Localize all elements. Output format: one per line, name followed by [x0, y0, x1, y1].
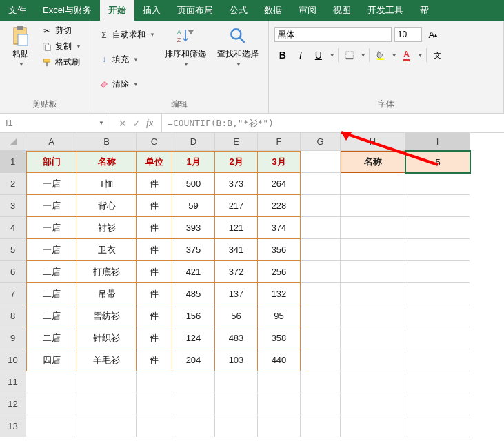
cell[interactable]: 375 — [172, 239, 215, 261]
cell[interactable] — [405, 371, 470, 393]
cell[interactable] — [341, 349, 405, 371]
cut-button[interactable]: ✂ 剪切 — [39, 23, 84, 38]
cell[interactable]: 二店 — [26, 305, 77, 327]
cell[interactable] — [405, 195, 470, 217]
cell[interactable]: 341 — [215, 239, 258, 261]
cell[interactable]: 137 — [215, 283, 258, 305]
fx-icon[interactable]: fx — [146, 118, 153, 129]
cell[interactable]: 一店 — [26, 217, 77, 239]
cell[interactable] — [301, 371, 341, 393]
autosum-button[interactable]: Σ 自动求和 ▼ — [96, 28, 158, 42]
fill-color-button[interactable] — [372, 47, 389, 63]
cell[interactable] — [405, 261, 470, 283]
cell[interactable]: 四店 — [26, 349, 77, 371]
cell[interactable]: 393 — [172, 217, 215, 239]
cell[interactable]: 名称 — [77, 151, 137, 173]
col-header-F[interactable]: F — [258, 133, 301, 151]
cell[interactable] — [301, 305, 341, 327]
cancel-formula-icon[interactable]: ✕ — [119, 118, 127, 129]
grow-font-button[interactable]: A▴ — [425, 26, 441, 43]
cell[interactable]: 卫衣 — [77, 239, 137, 261]
cell[interactable] — [301, 349, 341, 371]
cell[interactable] — [301, 261, 341, 283]
cell[interactable] — [77, 393, 137, 415]
tab-dev[interactable]: 开发工具 — [359, 0, 412, 21]
row-header-1[interactable]: 1 — [0, 151, 26, 173]
cell[interactable]: 打底衫 — [77, 261, 137, 283]
cell[interactable]: 228 — [258, 195, 301, 217]
tab-data[interactable]: 数据 — [256, 0, 290, 21]
cell[interactable] — [215, 371, 258, 393]
cell[interactable]: 59 — [172, 195, 215, 217]
accept-formula-icon[interactable]: ✓ — [132, 118, 141, 129]
cell[interactable]: 衬衫 — [77, 217, 137, 239]
row-header-7[interactable]: 7 — [0, 283, 26, 305]
cell[interactable]: 372 — [215, 261, 258, 283]
font-name-select[interactable] — [274, 27, 392, 42]
cell[interactable]: 373 — [215, 173, 258, 195]
cell[interactable] — [301, 195, 341, 217]
cell[interactable] — [215, 415, 258, 437]
cell[interactable] — [301, 151, 341, 173]
col-header-H[interactable]: H — [341, 133, 405, 151]
underline-button[interactable]: U — [310, 47, 327, 63]
cell[interactable] — [405, 283, 470, 305]
cell[interactable]: 485 — [172, 283, 215, 305]
find-select-button[interactable]: 查找和选择 ▼ — [213, 23, 263, 96]
cell[interactable] — [341, 217, 405, 239]
cell[interactable]: 356 — [258, 239, 301, 261]
cell[interactable] — [137, 415, 172, 437]
cell[interactable]: 一店 — [26, 239, 77, 261]
row-header-5[interactable]: 5 — [0, 239, 26, 261]
cell[interactable]: 217 — [215, 195, 258, 217]
row-header-3[interactable]: 3 — [0, 195, 26, 217]
cell[interactable]: 针织衫 — [77, 327, 137, 349]
row-header-10[interactable]: 10 — [0, 349, 26, 371]
col-header-B[interactable]: B — [77, 133, 137, 151]
cell[interactable]: 二店 — [26, 283, 77, 305]
cell[interactable]: 483 — [215, 327, 258, 349]
cell[interactable] — [301, 283, 341, 305]
cell[interactable]: 件 — [137, 283, 172, 305]
cell[interactable] — [405, 393, 470, 415]
cell[interactable] — [341, 195, 405, 217]
cell[interactable]: 95 — [258, 305, 301, 327]
cell[interactable]: 件 — [137, 305, 172, 327]
row-header-9[interactable]: 9 — [0, 327, 26, 349]
cell[interactable] — [405, 415, 470, 437]
tab-custom[interactable]: Excel与财务 — [34, 0, 100, 21]
cell[interactable] — [341, 371, 405, 393]
cell[interactable] — [341, 393, 405, 415]
cell[interactable] — [258, 393, 301, 415]
cell[interactable]: 103 — [215, 349, 258, 371]
tab-help[interactable]: 帮 — [412, 0, 437, 21]
row-header-13[interactable]: 13 — [0, 415, 26, 437]
tab-file[interactable]: 文件 — [0, 0, 34, 21]
cell[interactable] — [215, 393, 258, 415]
tab-view[interactable]: 视图 — [325, 0, 359, 21]
tab-formulas[interactable]: 公式 — [221, 0, 256, 21]
cell[interactable]: 背心 — [77, 195, 137, 217]
cell[interactable]: 2月 — [215, 151, 258, 173]
cell[interactable]: 124 — [172, 327, 215, 349]
cell[interactable] — [301, 173, 341, 195]
cell[interactable]: 羊毛衫 — [77, 349, 137, 371]
cell[interactable] — [301, 217, 341, 239]
bold-button[interactable]: B — [274, 47, 291, 63]
cell[interactable]: 件 — [137, 349, 172, 371]
cell[interactable] — [137, 393, 172, 415]
cell[interactable] — [26, 393, 77, 415]
row-header-6[interactable]: 6 — [0, 261, 26, 283]
font-color-button[interactable]: A — [399, 47, 415, 63]
tab-home[interactable]: 开始 — [100, 0, 134, 21]
tab-layout[interactable]: 页面布局 — [169, 0, 221, 21]
cell[interactable] — [301, 393, 341, 415]
cell[interactable] — [405, 217, 470, 239]
cell[interactable] — [341, 283, 405, 305]
cell[interactable] — [405, 349, 470, 371]
cell[interactable]: 121 — [215, 217, 258, 239]
row-header-2[interactable]: 2 — [0, 173, 26, 195]
cell[interactable] — [258, 371, 301, 393]
sort-filter-button[interactable]: AZ 排序和筛选 ▼ — [161, 23, 210, 96]
cell[interactable] — [341, 261, 405, 283]
